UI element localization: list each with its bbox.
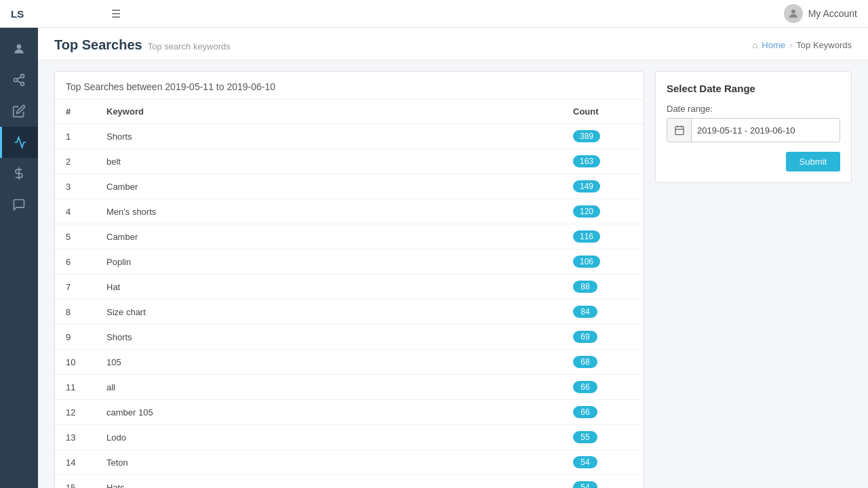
date-card: Select Date Range Date range: Submit bbox=[655, 71, 852, 183]
col-num: # bbox=[55, 100, 96, 124]
nav-items bbox=[0, 33, 38, 220]
table-row: 12 camber 105 66 bbox=[55, 400, 644, 425]
row-count: 69 bbox=[562, 325, 644, 350]
avatar bbox=[784, 4, 803, 23]
sidebar-item-analytics[interactable] bbox=[0, 127, 38, 158]
row-keyword: Men's shorts bbox=[96, 199, 562, 224]
row-num: 2 bbox=[55, 149, 96, 174]
col-count: Count bbox=[562, 100, 644, 124]
table-row: 9 Shorts 69 bbox=[55, 325, 644, 350]
row-num: 6 bbox=[55, 249, 96, 274]
hamburger-button[interactable]: ☰ bbox=[111, 7, 121, 20]
row-num: 13 bbox=[55, 425, 96, 450]
breadcrumb-current: Top Keywords bbox=[796, 40, 852, 50]
row-keyword: camber 105 bbox=[96, 400, 562, 425]
submit-row: Submit bbox=[667, 152, 840, 171]
row-keyword: Teton bbox=[96, 450, 562, 475]
row-count: 163 bbox=[562, 149, 644, 174]
svg-line-5 bbox=[17, 81, 21, 83]
table-header-row: Top Searches between 2019-05-11 to 2019-… bbox=[55, 72, 644, 100]
table-row: 8 Size chart 84 bbox=[55, 300, 644, 325]
table-title: Top Searches between 2019-05-11 to 2019-… bbox=[66, 81, 275, 92]
row-count: 55 bbox=[562, 425, 644, 450]
row-count: 88 bbox=[562, 274, 644, 300]
row-keyword: Lodo bbox=[96, 425, 562, 450]
row-keyword: Poplin bbox=[96, 249, 562, 274]
svg-point-4 bbox=[21, 82, 24, 85]
date-panel: Select Date Range Date range: Submit bbox=[655, 71, 852, 488]
row-count: 116 bbox=[562, 224, 644, 249]
row-num: 14 bbox=[55, 450, 96, 475]
row-num: 11 bbox=[55, 375, 96, 400]
sidebar-item-edit[interactable] bbox=[0, 96, 38, 127]
table-row: 10 105 68 bbox=[55, 350, 644, 375]
row-keyword: Camber bbox=[96, 224, 562, 249]
breadcrumb-home[interactable]: Home bbox=[762, 40, 785, 50]
row-num: 3 bbox=[55, 174, 96, 199]
breadcrumb: ⌂ Home › Top Keywords bbox=[752, 40, 852, 50]
row-num: 15 bbox=[55, 475, 96, 489]
row-num: 7 bbox=[55, 274, 96, 300]
topbar-right: My Account bbox=[784, 4, 857, 23]
table-row: 3 Camber 149 bbox=[55, 174, 644, 199]
sidebar-item-avatar[interactable] bbox=[0, 33, 38, 64]
date-label: Date range: bbox=[667, 104, 840, 114]
sidebar bbox=[0, 0, 38, 488]
row-keyword: Hat bbox=[96, 274, 562, 300]
row-num: 8 bbox=[55, 300, 96, 325]
row-keyword: Shorts bbox=[96, 325, 562, 350]
row-count: 54 bbox=[562, 475, 644, 489]
svg-line-6 bbox=[17, 77, 21, 79]
table-row: 6 Poplin 106 bbox=[55, 249, 644, 274]
row-num: 4 bbox=[55, 199, 96, 224]
table-row: 13 Lodo 55 bbox=[55, 425, 644, 450]
svg-point-3 bbox=[14, 79, 18, 82]
topbar: LS ☰ My Account bbox=[0, 0, 868, 28]
row-keyword: 105 bbox=[96, 350, 562, 375]
row-keyword: Shorts bbox=[96, 124, 562, 149]
svg-point-2 bbox=[21, 75, 24, 78]
row-keyword: Hats bbox=[96, 475, 562, 489]
content-area: Top Searches between 2019-05-11 to 2019-… bbox=[38, 60, 868, 488]
row-keyword: all bbox=[96, 375, 562, 400]
submit-button[interactable]: Submit bbox=[786, 152, 840, 171]
row-num: 1 bbox=[55, 124, 96, 149]
date-card-title: Select Date Range bbox=[667, 83, 840, 94]
row-num: 5 bbox=[55, 224, 96, 249]
date-range-input[interactable] bbox=[692, 121, 840, 140]
page-title-section: Top Searches Top search keywords bbox=[54, 37, 231, 53]
row-count: 68 bbox=[562, 350, 644, 375]
logo-text: LS bbox=[11, 8, 24, 20]
date-input-wrapper bbox=[667, 118, 840, 142]
sidebar-item-share[interactable] bbox=[0, 64, 38, 96]
row-keyword: Size chart bbox=[96, 300, 562, 325]
svg-point-0 bbox=[791, 9, 795, 14]
row-count: 120 bbox=[562, 199, 644, 224]
row-count: 149 bbox=[562, 174, 644, 199]
svg-point-1 bbox=[17, 44, 22, 49]
main-content: Top Searches Top search keywords ⌂ Home … bbox=[38, 0, 868, 488]
row-keyword: belt bbox=[96, 149, 562, 174]
table-row: 14 Teton 54 bbox=[55, 450, 644, 475]
table-row: 5 Camber 116 bbox=[55, 224, 644, 249]
svg-rect-8 bbox=[675, 127, 684, 135]
row-count: 106 bbox=[562, 249, 644, 274]
page-header: Top Searches Top search keywords ⌂ Home … bbox=[38, 28, 868, 60]
table-panel: Top Searches between 2019-05-11 to 2019-… bbox=[54, 71, 644, 488]
row-count: 66 bbox=[562, 400, 644, 425]
row-count: 389 bbox=[562, 124, 644, 149]
row-num: 12 bbox=[55, 400, 96, 425]
calendar-icon[interactable] bbox=[667, 119, 692, 142]
sidebar-item-money[interactable] bbox=[0, 158, 38, 189]
account-label[interactable]: My Account bbox=[808, 8, 857, 19]
table-row: 11 all 66 bbox=[55, 375, 644, 400]
sidebar-item-chat[interactable] bbox=[0, 189, 38, 220]
table-row: 15 Hats 54 bbox=[55, 475, 644, 489]
row-count: 84 bbox=[562, 300, 644, 325]
col-keyword: Keyword bbox=[96, 100, 562, 124]
row-count: 54 bbox=[562, 450, 644, 475]
table-row: 1 Shorts 389 bbox=[55, 124, 644, 149]
topbar-logo: LS bbox=[11, 8, 106, 20]
row-num: 9 bbox=[55, 325, 96, 350]
row-num: 10 bbox=[55, 350, 96, 375]
